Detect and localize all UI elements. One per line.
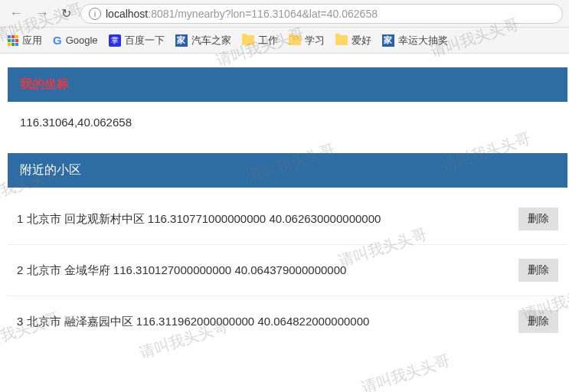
delete-button[interactable]: 删除 (518, 310, 558, 333)
browser-toolbar: ← → ↻ i localhost:8081/mynearby?lon=116.… (0, 0, 569, 28)
address-bar[interactable]: i localhost:8081/mynearby?lon=116.31064&… (80, 4, 563, 24)
coord-title: 我的坐标 (20, 77, 69, 90)
bookmarks-bar: 应用 G Google 掌 百度一下 家 汽车之家 工作 学习 爱好 家 幸运大… (0, 28, 569, 54)
bookmark-lottery[interactable]: 家 幸运大抽奖 (382, 34, 448, 47)
lottery-icon: 家 (382, 34, 394, 47)
bookmark-label: 百度一下 (125, 34, 165, 47)
panel-header-nearby: 附近的小区 (8, 153, 567, 188)
list-item: 3 北京市 融泽嘉园中区 116.311962000000000 40.0648… (8, 296, 567, 347)
forward-icon[interactable]: → (32, 5, 52, 21)
url-host: localhost (106, 8, 148, 20)
back-icon[interactable]: ← (6, 5, 26, 21)
panel-header-coord: 我的坐标 (8, 67, 567, 102)
watermark: 请叫我头头哥 (359, 350, 453, 392)
page-content: 我的坐标 116.31064,40.062658 附近的小区 1 北京市 回龙观… (0, 67, 569, 353)
bookmark-label: Google (66, 34, 98, 46)
folder-icon (335, 35, 348, 45)
url-path: :8081/mynearby?lon=116.31064&lat=40.0626… (148, 8, 378, 20)
folder-icon (289, 35, 301, 45)
nearby-list: 1 北京市 回龙观新村中区 116.310771000000000 40.062… (8, 188, 567, 353)
bookmark-study[interactable]: 学习 (289, 34, 325, 47)
list-item: 1 北京市 回龙观新村中区 116.310771000000000 40.062… (8, 194, 567, 244)
list-item-text: 1 北京市 回龙观新村中区 116.310771000000000 40.062… (17, 212, 518, 227)
baidu-icon: 掌 (109, 34, 121, 47)
bookmark-label: 工作 (258, 34, 278, 47)
bookmark-apps[interactable]: 应用 (8, 34, 42, 47)
bookmark-google[interactable]: G Google (53, 34, 98, 47)
bookmark-label: 汽车之家 (191, 34, 231, 47)
list-item-text: 3 北京市 融泽嘉园中区 116.311962000000000 40.0648… (17, 315, 518, 329)
reload-icon[interactable]: ↻ (58, 6, 74, 21)
site-info-icon[interactable]: i (89, 8, 101, 20)
delete-button[interactable]: 删除 (518, 207, 558, 230)
bookmark-label: 幸运大抽奖 (398, 34, 448, 47)
list-item: 2 北京市 金域华府 116.310127000000000 40.064379… (8, 244, 567, 296)
google-icon: G (53, 34, 62, 47)
bookmark-label: 爱好 (352, 34, 371, 47)
autohome-icon: 家 (175, 34, 188, 47)
apps-icon (8, 35, 18, 46)
coord-value: 116.31064,40.062658 (8, 102, 567, 142)
bookmark-label: 应用 (22, 34, 42, 47)
bookmark-baidu[interactable]: 掌 百度一下 (109, 34, 165, 47)
bookmark-label: 学习 (305, 34, 325, 47)
bookmark-work[interactable]: 工作 (242, 34, 278, 47)
folder-icon (242, 35, 254, 45)
delete-button[interactable]: 删除 (518, 259, 558, 282)
list-item-text: 2 北京市 金域华府 116.310127000000000 40.064379… (17, 263, 518, 278)
nearby-title: 附近的小区 (20, 163, 81, 176)
bookmark-autohome[interactable]: 家 汽车之家 (175, 34, 231, 47)
bookmark-hobby[interactable]: 爱好 (335, 34, 371, 47)
